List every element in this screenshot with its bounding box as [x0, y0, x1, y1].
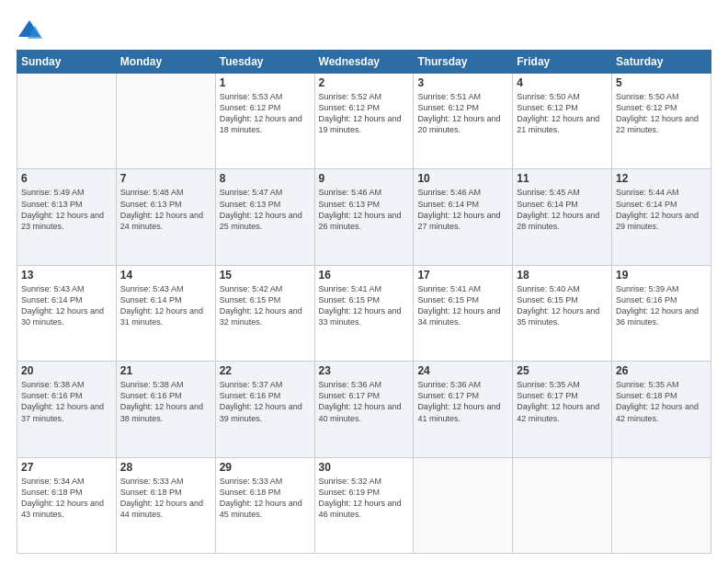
- logo-icon: [17, 17, 42, 42]
- day-number: 16: [319, 269, 410, 282]
- day-info: Sunrise: 5:33 AM Sunset: 6:18 PM Dayligh…: [120, 476, 211, 521]
- weekday-header-tuesday: Tuesday: [215, 51, 314, 74]
- day-number: 4: [517, 76, 608, 89]
- day-info: Sunrise: 5:41 AM Sunset: 6:15 PM Dayligh…: [417, 283, 508, 328]
- day-number: 2: [319, 76, 410, 89]
- calendar-cell: 3Sunrise: 5:51 AM Sunset: 6:12 PM Daylig…: [414, 74, 513, 169]
- day-info: Sunrise: 5:49 AM Sunset: 6:13 PM Dayligh…: [21, 187, 112, 232]
- weekday-header-friday: Friday: [513, 51, 612, 74]
- day-number: 8: [220, 172, 311, 185]
- calendar-cell: 30Sunrise: 5:32 AM Sunset: 6:19 PM Dayli…: [314, 457, 414, 553]
- day-number: 13: [21, 269, 112, 282]
- day-number: 10: [417, 172, 508, 185]
- calendar-cell: [116, 74, 215, 169]
- calendar-cell: [17, 74, 117, 169]
- day-number: 23: [319, 364, 410, 377]
- day-number: 7: [120, 172, 211, 185]
- day-number: 9: [319, 172, 410, 185]
- calendar-cell: 2Sunrise: 5:52 AM Sunset: 6:12 PM Daylig…: [314, 74, 414, 169]
- day-info: Sunrise: 5:35 AM Sunset: 6:17 PM Dayligh…: [517, 379, 608, 424]
- calendar-cell: 8Sunrise: 5:47 AM Sunset: 6:13 PM Daylig…: [215, 169, 314, 265]
- calendar-week-row: 1Sunrise: 5:53 AM Sunset: 6:12 PM Daylig…: [17, 74, 711, 169]
- day-info: Sunrise: 5:34 AM Sunset: 6:18 PM Dayligh…: [21, 476, 112, 521]
- day-number: 1: [220, 76, 311, 89]
- calendar-cell: 29Sunrise: 5:33 AM Sunset: 6:18 PM Dayli…: [215, 457, 314, 553]
- calendar-cell: 21Sunrise: 5:38 AM Sunset: 6:16 PM Dayli…: [116, 362, 215, 457]
- calendar-cell: 16Sunrise: 5:41 AM Sunset: 6:15 PM Dayli…: [314, 265, 414, 361]
- calendar-cell: 24Sunrise: 5:36 AM Sunset: 6:17 PM Dayli…: [414, 362, 513, 457]
- calendar-cell: 20Sunrise: 5:38 AM Sunset: 6:16 PM Dayli…: [17, 362, 117, 457]
- calendar-cell: 11Sunrise: 5:45 AM Sunset: 6:14 PM Dayli…: [513, 169, 612, 265]
- day-info: Sunrise: 5:52 AM Sunset: 6:12 PM Dayligh…: [319, 91, 410, 136]
- day-info: Sunrise: 5:51 AM Sunset: 6:12 PM Dayligh…: [417, 91, 508, 136]
- calendar: SundayMondayTuesdayWednesdayThursdayFrid…: [17, 50, 711, 554]
- day-info: Sunrise: 5:43 AM Sunset: 6:14 PM Dayligh…: [21, 283, 112, 328]
- day-info: Sunrise: 5:35 AM Sunset: 6:18 PM Dayligh…: [616, 379, 707, 424]
- calendar-cell: 12Sunrise: 5:44 AM Sunset: 6:14 PM Dayli…: [612, 169, 711, 265]
- calendar-cell: 22Sunrise: 5:37 AM Sunset: 6:16 PM Dayli…: [215, 362, 314, 457]
- day-number: 27: [21, 461, 112, 474]
- day-number: 12: [616, 172, 707, 185]
- page: SundayMondayTuesdayWednesdayThursdayFrid…: [0, 0, 728, 563]
- day-info: Sunrise: 5:37 AM Sunset: 6:16 PM Dayligh…: [220, 379, 311, 424]
- weekday-header-thursday: Thursday: [414, 51, 513, 74]
- day-info: Sunrise: 5:46 AM Sunset: 6:14 PM Dayligh…: [417, 187, 508, 232]
- weekday-header-sunday: Sunday: [17, 51, 117, 74]
- day-info: Sunrise: 5:44 AM Sunset: 6:14 PM Dayligh…: [616, 187, 707, 232]
- calendar-cell: 6Sunrise: 5:49 AM Sunset: 6:13 PM Daylig…: [17, 169, 117, 265]
- calendar-week-row: 6Sunrise: 5:49 AM Sunset: 6:13 PM Daylig…: [17, 169, 711, 265]
- day-number: 6: [21, 172, 112, 185]
- day-number: 3: [417, 76, 508, 89]
- weekday-header-saturday: Saturday: [612, 51, 711, 74]
- logo: [17, 17, 46, 42]
- day-info: Sunrise: 5:47 AM Sunset: 6:13 PM Dayligh…: [220, 187, 311, 232]
- day-number: 29: [220, 461, 311, 474]
- day-number: 17: [417, 269, 508, 282]
- day-number: 15: [220, 269, 311, 282]
- weekday-header-wednesday: Wednesday: [314, 51, 414, 74]
- calendar-cell: 19Sunrise: 5:39 AM Sunset: 6:16 PM Dayli…: [612, 265, 711, 361]
- calendar-week-row: 27Sunrise: 5:34 AM Sunset: 6:18 PM Dayli…: [17, 457, 711, 553]
- day-info: Sunrise: 5:36 AM Sunset: 6:17 PM Dayligh…: [319, 379, 410, 424]
- calendar-header: SundayMondayTuesdayWednesdayThursdayFrid…: [17, 51, 711, 74]
- day-number: 21: [120, 364, 211, 377]
- day-number: 26: [616, 364, 707, 377]
- day-info: Sunrise: 5:32 AM Sunset: 6:19 PM Dayligh…: [319, 476, 410, 521]
- calendar-cell: 15Sunrise: 5:42 AM Sunset: 6:15 PM Dayli…: [215, 265, 314, 361]
- calendar-cell: 14Sunrise: 5:43 AM Sunset: 6:14 PM Dayli…: [116, 265, 215, 361]
- day-number: 30: [319, 461, 410, 474]
- day-info: Sunrise: 5:42 AM Sunset: 6:15 PM Dayligh…: [220, 283, 311, 328]
- day-number: 19: [616, 269, 707, 282]
- day-number: 25: [517, 364, 608, 377]
- day-info: Sunrise: 5:36 AM Sunset: 6:17 PM Dayligh…: [417, 379, 508, 424]
- day-info: Sunrise: 5:33 AM Sunset: 6:18 PM Dayligh…: [220, 476, 311, 521]
- calendar-cell: 7Sunrise: 5:48 AM Sunset: 6:13 PM Daylig…: [116, 169, 215, 265]
- day-info: Sunrise: 5:46 AM Sunset: 6:13 PM Dayligh…: [319, 187, 410, 232]
- calendar-cell: 18Sunrise: 5:40 AM Sunset: 6:15 PM Dayli…: [513, 265, 612, 361]
- day-info: Sunrise: 5:40 AM Sunset: 6:15 PM Dayligh…: [517, 283, 608, 328]
- day-info: Sunrise: 5:50 AM Sunset: 6:12 PM Dayligh…: [616, 91, 707, 136]
- day-number: 11: [517, 172, 608, 185]
- day-info: Sunrise: 5:39 AM Sunset: 6:16 PM Dayligh…: [616, 283, 707, 328]
- calendar-cell: 5Sunrise: 5:50 AM Sunset: 6:12 PM Daylig…: [612, 74, 711, 169]
- day-info: Sunrise: 5:43 AM Sunset: 6:14 PM Dayligh…: [120, 283, 211, 328]
- calendar-cell: 1Sunrise: 5:53 AM Sunset: 6:12 PM Daylig…: [215, 74, 314, 169]
- calendar-cell: 17Sunrise: 5:41 AM Sunset: 6:15 PM Dayli…: [414, 265, 513, 361]
- weekday-header-row: SundayMondayTuesdayWednesdayThursdayFrid…: [17, 51, 711, 74]
- day-number: 28: [120, 461, 211, 474]
- day-info: Sunrise: 5:45 AM Sunset: 6:14 PM Dayligh…: [517, 187, 608, 232]
- day-info: Sunrise: 5:41 AM Sunset: 6:15 PM Dayligh…: [319, 283, 410, 328]
- day-number: 14: [120, 269, 211, 282]
- day-number: 5: [616, 76, 707, 89]
- day-number: 22: [220, 364, 311, 377]
- calendar-cell: 26Sunrise: 5:35 AM Sunset: 6:18 PM Dayli…: [612, 362, 711, 457]
- day-info: Sunrise: 5:38 AM Sunset: 6:16 PM Dayligh…: [21, 379, 112, 424]
- day-number: 18: [517, 269, 608, 282]
- day-number: 20: [21, 364, 112, 377]
- calendar-cell: [414, 457, 513, 553]
- weekday-header-monday: Monday: [116, 51, 215, 74]
- calendar-week-row: 20Sunrise: 5:38 AM Sunset: 6:16 PM Dayli…: [17, 362, 711, 457]
- day-number: 24: [417, 364, 508, 377]
- calendar-cell: 10Sunrise: 5:46 AM Sunset: 6:14 PM Dayli…: [414, 169, 513, 265]
- calendar-cell: 9Sunrise: 5:46 AM Sunset: 6:13 PM Daylig…: [314, 169, 414, 265]
